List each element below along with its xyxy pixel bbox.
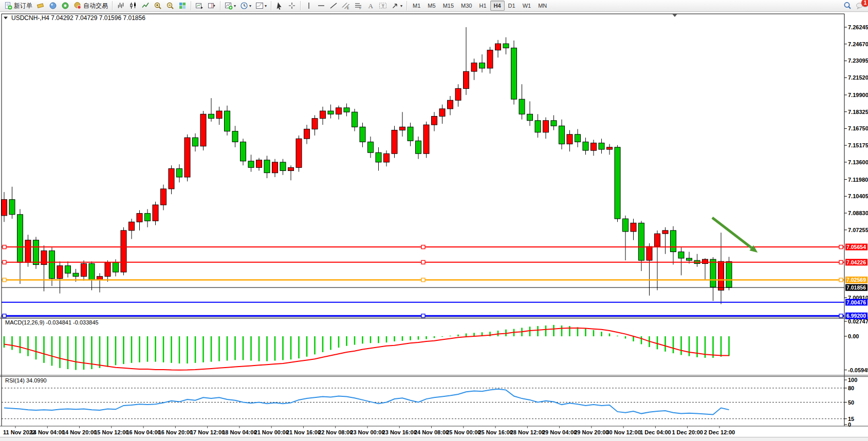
bars-icon: [117, 2, 125, 10]
timeframe-h1-button[interactable]: H1: [475, 1, 490, 11]
text-label-button[interactable]: T: [377, 0, 389, 11]
new-chart-button[interactable]: ▾: [223, 0, 238, 11]
svg-text:7.07255: 7.07255: [848, 227, 868, 233]
timeframe-mn-button[interactable]: MN: [534, 1, 550, 11]
toolbar-separator: [191, 1, 191, 10]
fibonacci-button[interactable]: F: [352, 0, 364, 11]
svg-text:2 Dec 12:00: 2 Dec 12:00: [704, 429, 735, 435]
svg-text:7.02569: 7.02569: [846, 277, 866, 283]
timeframe-d1-button[interactable]: D1: [505, 1, 519, 11]
crosshair-button[interactable]: [286, 0, 298, 11]
svg-text:15: 15: [848, 416, 854, 422]
svg-text:7.18325: 7.18325: [848, 109, 868, 115]
templates-icon: [255, 2, 264, 10]
svg-text:7.16750: 7.16750: [848, 125, 868, 131]
svg-text:1 Dec 20:00: 1 Dec 20:00: [672, 429, 703, 435]
svg-text:23 Nov 00:00: 23 Nov 00:00: [350, 429, 384, 435]
chart-canvas[interactable]: 7.262457.246707.230957.215207.199007.183…: [0, 0, 868, 441]
svg-text:7.13600: 7.13600: [848, 159, 868, 165]
svg-text:7.21520: 7.21520: [848, 74, 868, 81]
notification-badge: 1: [861, 0, 868, 7]
svg-text:-0.059451: -0.059451: [848, 367, 868, 373]
cursor-button[interactable]: [273, 0, 286, 11]
doc-plus-icon: [4, 2, 12, 10]
arrows-icon: [391, 2, 399, 10]
svg-text:28 Nov 12:00: 28 Nov 12:00: [510, 429, 545, 435]
svg-text:7.15175: 7.15175: [848, 142, 868, 148]
line-chart-button[interactable]: [139, 0, 152, 11]
svg-text:0.027479: 0.027479: [848, 318, 868, 324]
svg-text:F: F: [360, 6, 362, 10]
notifications-button[interactable]: 1: [854, 0, 866, 11]
channel-button[interactable]: E: [340, 0, 352, 11]
svg-text:18 Nov 04:00: 18 Nov 04:00: [222, 429, 256, 435]
svg-text:21 Nov 16:00: 21 Nov 16:00: [286, 429, 321, 435]
navigator-button[interactable]: [47, 0, 59, 11]
zoom-out-button[interactable]: [164, 0, 176, 11]
search-icon: [843, 2, 852, 10]
text-a-icon: A: [366, 2, 375, 10]
svg-text:0: 0: [848, 421, 851, 428]
crosshair-icon: [288, 2, 296, 10]
hline-icon: [317, 2, 325, 10]
chart-window[interactable]: 7.262457.246707.230957.215207.199007.183…: [0, 12, 868, 441]
timeframe-m5-button[interactable]: M5: [424, 1, 439, 11]
auto-scroll-button[interactable]: [193, 0, 206, 11]
cursor-icon: [275, 2, 284, 10]
toolbar-separator: [271, 1, 271, 10]
svg-text:E: E: [347, 6, 349, 10]
zoom-in-icon: [154, 2, 162, 10]
candlestick-chart-button[interactable]: [127, 0, 139, 11]
svg-text:7.23095: 7.23095: [848, 57, 868, 64]
horizontal-line-button[interactable]: [315, 0, 327, 11]
svg-text:15 Nov 12:00: 15 Nov 12:00: [94, 429, 128, 435]
text-button[interactable]: A: [364, 0, 377, 11]
tile-windows-button[interactable]: [176, 0, 189, 11]
timeframe-h4-button[interactable]: H4: [490, 1, 505, 11]
navigator-icon: [49, 2, 57, 10]
dropdown-caret-icon: ▾: [234, 4, 236, 8]
new-order-button[interactable]: 新订单: [2, 0, 34, 11]
periods-button[interactable]: ▾: [238, 0, 253, 11]
svg-text:100: 100: [848, 377, 857, 383]
new-chart-icon: [225, 2, 233, 10]
toolbar-separator: [112, 1, 113, 10]
svg-text:16 Nov 20:00: 16 Nov 20:00: [158, 429, 193, 435]
zoom-out-icon: [166, 2, 174, 10]
toolbar-separator: [407, 1, 407, 10]
market-watch-button[interactable]: [34, 0, 47, 11]
clock-icon: [240, 2, 248, 10]
arrows-button[interactable]: ▾: [389, 0, 404, 11]
toolbar: 新订单自动交易▾▾▾EFAT▾M1M5M15M30H1H4D1W1MN1: [0, 0, 868, 12]
svg-text:7.01856: 7.01856: [846, 284, 866, 291]
tiles-icon: [178, 2, 187, 10]
timeframe-w1-button[interactable]: W1: [519, 1, 535, 11]
svg-text:25 Nov 00:00: 25 Nov 00:00: [446, 429, 481, 435]
trendline-button[interactable]: [327, 0, 340, 11]
timeframe-m15-button[interactable]: M15: [439, 1, 457, 11]
autotrade-icon: [73, 2, 82, 10]
zoom-in-button[interactable]: [152, 0, 164, 11]
svg-text:14 Nov 20:00: 14 Nov 20:00: [62, 429, 97, 435]
chart-shift-button[interactable]: [206, 0, 218, 11]
svg-text:50: 50: [848, 399, 854, 406]
templates-button[interactable]: ▾: [253, 0, 269, 11]
vertical-line-button[interactable]: [303, 0, 315, 11]
search-button[interactable]: [841, 0, 854, 11]
dropdown-caret-icon: ▾: [249, 4, 251, 8]
fibo-icon: F: [354, 2, 362, 10]
bar-chart-button[interactable]: [115, 0, 127, 11]
new-order-button-label: 新订单: [14, 2, 32, 10]
svg-text:17 Nov 12:00: 17 Nov 12:00: [190, 429, 225, 435]
svg-text:7.00476: 7.00476: [846, 299, 866, 305]
svg-text:7.08830: 7.08830: [848, 210, 868, 216]
svg-text:0.00: 0.00: [848, 333, 859, 339]
autotrade-button[interactable]: 自动交易: [71, 0, 110, 11]
terminal-button[interactable]: [59, 0, 71, 11]
symbol-menu-icon[interactable]: [4, 16, 8, 20]
timeframe-m1-button[interactable]: M1: [409, 1, 424, 11]
svg-text:80: 80: [848, 385, 854, 391]
timeframe-m30-button[interactable]: M30: [457, 1, 475, 11]
chart-title: USDCNH-,H4 7.04292 7.04729 7.01596 7.018…: [4, 14, 145, 22]
chart-title-text: USDCNH-,H4 7.04292 7.04729 7.01596 7.018…: [11, 14, 145, 22]
